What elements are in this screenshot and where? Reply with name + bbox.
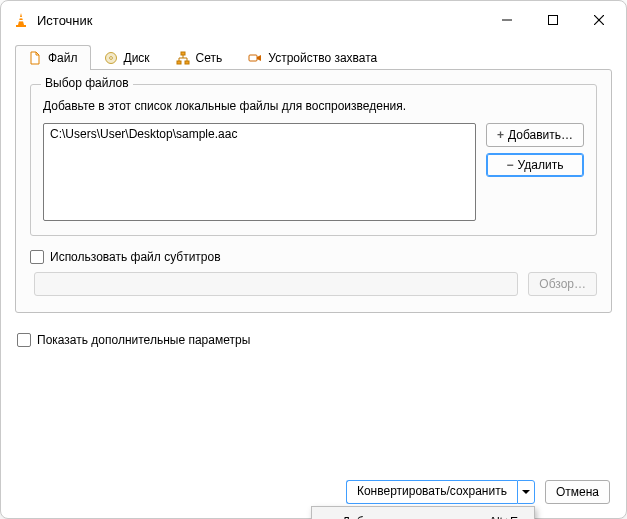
chevron-down-icon — [522, 488, 530, 496]
tab-label: Файл — [48, 51, 78, 65]
file-buttons: + Добавить… − Удалить — [486, 123, 584, 177]
more-options-checkbox[interactable] — [17, 333, 31, 347]
svg-rect-2 — [18, 20, 24, 21]
close-button[interactable] — [576, 4, 622, 36]
source-tabs: Файл Диск Сеть Устройство захвата — [15, 45, 612, 70]
maximize-button[interactable] — [530, 4, 576, 36]
button-label: Конвертировать/сохранить — [357, 484, 507, 498]
list-item[interactable]: C:\Users\User\Desktop\sample.aac — [48, 126, 471, 142]
convert-save-button[interactable]: Конвертировать/сохранить — [346, 480, 517, 504]
tab-label: Диск — [124, 51, 150, 65]
svg-marker-14 — [522, 490, 530, 494]
file-icon — [28, 51, 42, 65]
svg-rect-13 — [249, 55, 257, 61]
add-file-button[interactable]: + Добавить… — [486, 123, 584, 147]
button-label: Удалить — [518, 158, 564, 172]
subtitle-checkbox[interactable] — [30, 250, 44, 264]
cancel-button[interactable]: Отмена — [545, 480, 610, 504]
svg-rect-11 — [177, 61, 181, 64]
subtitle-path-input — [34, 272, 518, 296]
tab-capture[interactable]: Устройство захвата — [235, 45, 390, 70]
minimize-button[interactable] — [484, 4, 530, 36]
subtitle-browse-button: Обзор… — [528, 272, 597, 296]
network-icon — [176, 51, 190, 65]
tab-disc[interactable]: Диск — [91, 45, 163, 70]
remove-file-button[interactable]: − Удалить — [486, 153, 584, 177]
dialog-content: Файл Диск Сеть Устройство захвата — [1, 39, 626, 518]
svg-rect-10 — [181, 52, 185, 55]
minus-icon: − — [507, 158, 514, 172]
file-hint: Добавьте в этот список локальные файлы д… — [43, 99, 584, 113]
button-label: Добавить… — [508, 128, 573, 142]
vlc-cone-icon — [13, 12, 29, 28]
dialog-footer: Конвертировать/сохранить Добавить в очер… — [15, 480, 612, 504]
menu-item-label: Добавить в очередь — [342, 515, 454, 519]
convert-save-splitbutton: Конвертировать/сохранить Добавить в очер… — [346, 480, 535, 504]
subtitle-checkbox-label: Использовать файл субтитров — [50, 250, 221, 264]
tab-panel-file: Выбор файлов Добавьте в этот список лока… — [15, 69, 612, 313]
tab-label: Сеть — [196, 51, 223, 65]
svg-marker-0 — [18, 13, 24, 25]
more-options-row: Показать дополнительные параметры — [17, 333, 610, 347]
file-selection-group: Выбор файлов Добавьте в этот список лока… — [30, 84, 597, 236]
button-label: Отмена — [556, 485, 599, 499]
svg-rect-1 — [19, 17, 24, 18]
menu-item-shortcut: Alt+E — [489, 515, 518, 519]
svg-rect-3 — [16, 25, 26, 27]
svg-rect-12 — [185, 61, 189, 64]
dialog-window: Источник Файл — [0, 0, 627, 519]
disc-icon — [104, 51, 118, 65]
plus-icon: + — [497, 128, 504, 142]
subtitle-path-row: Обзор… — [30, 272, 597, 296]
file-listbox[interactable]: C:\Users\User\Desktop\sample.aac — [43, 123, 476, 221]
tab-network[interactable]: Сеть — [163, 45, 236, 70]
tab-file[interactable]: Файл — [15, 45, 91, 70]
menu-item-enqueue[interactable]: Добавить в очередь Alt+E — [314, 511, 532, 519]
group-title: Выбор файлов — [41, 76, 133, 90]
file-row: C:\Users\User\Desktop\sample.aac + Добав… — [43, 123, 584, 221]
tab-label: Устройство захвата — [268, 51, 377, 65]
more-options-label: Показать дополнительные параметры — [37, 333, 250, 347]
titlebar: Источник — [1, 1, 626, 39]
convert-menu: Добавить в очередь Alt+E Воспроизвести A… — [311, 506, 535, 519]
svg-point-9 — [109, 57, 112, 60]
window-title: Источник — [37, 13, 484, 28]
capture-icon — [248, 51, 262, 65]
button-label: Обзор… — [539, 277, 586, 291]
subtitle-checkbox-row: Использовать файл субтитров — [30, 250, 597, 264]
convert-save-dropdown[interactable] — [517, 480, 535, 504]
window-controls — [484, 4, 622, 36]
svg-rect-5 — [549, 16, 558, 25]
